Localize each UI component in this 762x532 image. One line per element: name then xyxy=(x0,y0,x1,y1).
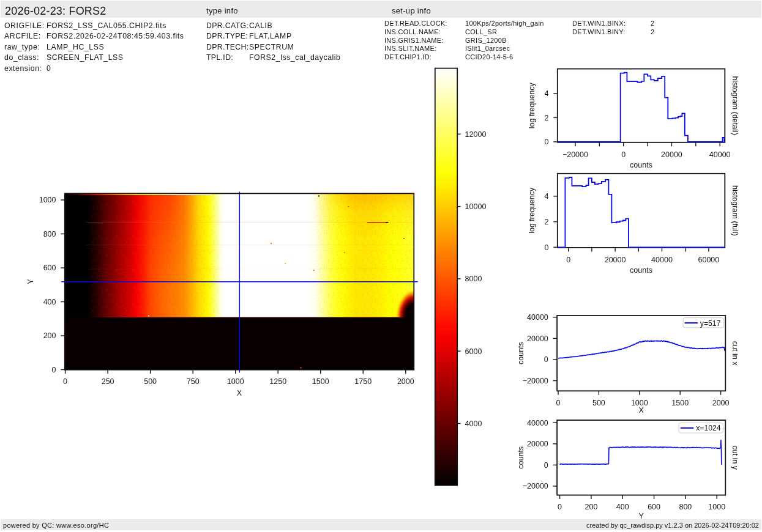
svg-text:0: 0 xyxy=(566,256,570,264)
svg-text:40000: 40000 xyxy=(709,150,731,159)
svg-text:counts: counts xyxy=(517,342,525,364)
svg-text:750: 750 xyxy=(187,377,200,386)
svg-text:1500: 1500 xyxy=(312,377,329,386)
svg-text:counts: counts xyxy=(630,266,652,275)
svg-text:0: 0 xyxy=(558,503,562,511)
svg-text:500: 500 xyxy=(144,377,157,386)
svg-text:800: 800 xyxy=(43,230,56,238)
svg-text:800: 800 xyxy=(679,503,692,511)
svg-text:0: 0 xyxy=(544,355,548,364)
svg-text:250: 250 xyxy=(102,377,114,386)
svg-text:4: 4 xyxy=(545,192,549,201)
svg-text:600: 600 xyxy=(43,264,56,272)
svg-text:40000: 40000 xyxy=(651,256,673,264)
svg-text:y=517: y=517 xyxy=(700,319,721,328)
svg-text:0: 0 xyxy=(556,399,561,407)
svg-text:400: 400 xyxy=(616,503,629,511)
svg-text:1000: 1000 xyxy=(708,503,725,511)
svg-text:Y: Y xyxy=(639,512,644,520)
svg-text:log frequency: log frequency xyxy=(528,187,536,234)
svg-text:x=1024: x=1024 xyxy=(696,424,721,432)
svg-text:2000: 2000 xyxy=(712,399,730,407)
svg-text:2: 2 xyxy=(545,114,549,122)
svg-text:200: 200 xyxy=(43,331,56,340)
svg-text:1500: 1500 xyxy=(671,399,689,407)
svg-text:12000: 12000 xyxy=(465,130,487,139)
svg-text:20000: 20000 xyxy=(527,440,548,448)
svg-text:20000: 20000 xyxy=(527,334,548,343)
svg-text:0: 0 xyxy=(621,150,626,159)
svg-text:1000: 1000 xyxy=(39,196,56,204)
svg-text:60000: 60000 xyxy=(698,256,720,264)
svg-text:−20000: −20000 xyxy=(523,482,548,490)
svg-text:10000: 10000 xyxy=(465,202,487,211)
svg-text:4000: 4000 xyxy=(465,419,482,428)
svg-text:0: 0 xyxy=(63,377,67,386)
svg-text:2000: 2000 xyxy=(397,377,414,386)
svg-text:Y: Y xyxy=(26,279,35,284)
svg-text:cut in y: cut in y xyxy=(731,445,739,470)
svg-text:−20000: −20000 xyxy=(562,150,588,159)
svg-text:X: X xyxy=(639,406,644,415)
svg-text:histogram (detail): histogram (detail) xyxy=(731,76,739,135)
svg-text:20000: 20000 xyxy=(605,256,626,264)
svg-text:log frequency: log frequency xyxy=(528,82,536,128)
svg-text:500: 500 xyxy=(592,399,605,407)
svg-text:cut in x: cut in x xyxy=(731,341,739,366)
svg-text:1000: 1000 xyxy=(227,377,244,386)
svg-text:600: 600 xyxy=(648,503,660,511)
svg-text:0: 0 xyxy=(545,138,549,146)
svg-text:1750: 1750 xyxy=(354,377,372,386)
svg-text:40000: 40000 xyxy=(527,313,548,322)
svg-text:6000: 6000 xyxy=(465,347,482,356)
svg-text:2: 2 xyxy=(545,218,549,226)
svg-text:1250: 1250 xyxy=(269,377,286,386)
svg-text:0: 0 xyxy=(52,366,56,374)
svg-text:counts: counts xyxy=(517,446,525,469)
svg-text:8000: 8000 xyxy=(465,275,482,283)
svg-text:histogram (full): histogram (full) xyxy=(731,185,739,236)
svg-text:20000: 20000 xyxy=(661,150,682,159)
svg-text:4: 4 xyxy=(545,89,549,98)
svg-text:40000: 40000 xyxy=(527,419,548,427)
svg-text:0: 0 xyxy=(545,243,549,252)
svg-text:0: 0 xyxy=(544,461,548,470)
svg-text:200: 200 xyxy=(585,503,597,511)
svg-text:counts: counts xyxy=(630,161,652,169)
svg-text:400: 400 xyxy=(43,298,56,306)
svg-text:−20000: −20000 xyxy=(523,377,548,385)
svg-text:X: X xyxy=(237,389,242,397)
